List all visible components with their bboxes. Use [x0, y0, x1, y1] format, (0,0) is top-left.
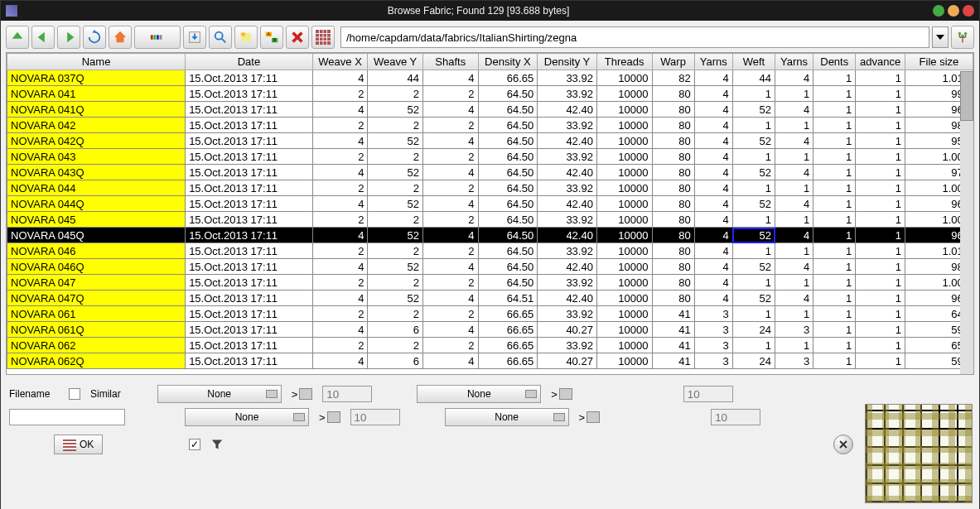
filter-num-1b[interactable]	[683, 386, 733, 402]
table-cell[interactable]: 41	[652, 306, 694, 322]
table-cell[interactable]: 4	[312, 165, 368, 180]
table-cell[interactable]: 1	[856, 353, 905, 369]
column-header[interactable]: advance	[856, 54, 905, 70]
tree-icon[interactable]	[951, 26, 974, 49]
table-cell[interactable]: 64.50	[478, 243, 538, 259]
table-cell[interactable]: 4	[422, 228, 478, 243]
table-cell[interactable]: 1	[813, 338, 856, 353]
op-dropdown-icon[interactable]	[299, 388, 312, 400]
table-cell[interactable]: 15.Oct.2013 17:11	[186, 291, 313, 306]
up-arrow-icon[interactable]	[6, 26, 29, 49]
table-cell[interactable]: 1	[732, 118, 775, 133]
table-cell[interactable]: 1	[775, 338, 813, 353]
forward-arrow-icon[interactable]	[57, 26, 80, 49]
table-cell[interactable]: NOVARA 061	[7, 306, 186, 322]
palette-icon[interactable]	[134, 26, 181, 49]
table-cell[interactable]: 52	[368, 196, 423, 212]
back-arrow-icon[interactable]	[31, 26, 55, 49]
table-cell[interactable]: NOVARA 037Q	[7, 70, 186, 86]
table-cell[interactable]: 15.Oct.2013 17:11	[186, 228, 313, 243]
table-cell[interactable]: 4	[312, 322, 368, 338]
table-cell[interactable]: 10000	[596, 196, 652, 212]
table-cell[interactable]: 1	[775, 275, 813, 291]
filter-dropdown-2b[interactable]: None	[445, 408, 569, 426]
table-cell[interactable]: NOVARA 047Q	[7, 291, 186, 306]
table-cell[interactable]: 1	[813, 291, 856, 306]
table-cell[interactable]: 1	[856, 86, 905, 102]
path-input[interactable]	[340, 26, 929, 48]
table-cell[interactable]: 10000	[596, 70, 652, 86]
table-cell[interactable]: 1	[732, 86, 775, 102]
table-cell[interactable]: 42.40	[538, 196, 597, 212]
table-cell[interactable]: 80	[652, 180, 694, 196]
table-cell[interactable]: 42.40	[538, 228, 597, 243]
table-cell[interactable]: NOVARA 042	[7, 118, 186, 133]
scrollbar-thumb[interactable]	[960, 71, 973, 121]
table-cell[interactable]: 52	[732, 228, 775, 243]
vertical-scrollbar[interactable]	[960, 71, 973, 374]
table-cell[interactable]: 52	[732, 133, 775, 149]
table-cell[interactable]: 44	[732, 70, 775, 86]
table-cell[interactable]: 2	[422, 212, 478, 228]
table-cell[interactable]: 15.Oct.2013 17:11	[186, 133, 313, 149]
table-cell[interactable]: 64.50	[478, 165, 538, 180]
table-cell[interactable]: NOVARA 041	[7, 86, 186, 102]
table-cell[interactable]: 4	[775, 196, 813, 212]
column-header[interactable]: Warp	[652, 54, 694, 70]
table-cell[interactable]: 4	[422, 133, 478, 149]
table-cell[interactable]: 15.Oct.2013 17:11	[186, 275, 313, 291]
table-cell[interactable]: 1	[813, 322, 856, 338]
table-cell[interactable]: 41	[652, 338, 694, 353]
close-round-button[interactable]	[833, 435, 853, 454]
table-cell[interactable]: 15.Oct.2013 17:11	[186, 338, 313, 353]
table-cell[interactable]: 6	[368, 322, 423, 338]
table-cell[interactable]: 15.Oct.2013 17:11	[186, 86, 313, 102]
table-cell[interactable]: 10000	[596, 133, 652, 149]
table-row[interactable]: NOVARA 044Q15.Oct.2013 17:11452464.5042.…	[7, 196, 973, 212]
table-cell[interactable]: 1	[813, 149, 856, 165]
table-cell[interactable]: 33.92	[538, 149, 597, 165]
table-row[interactable]: NOVARA 06215.Oct.2013 17:1122266.6533.92…	[7, 338, 973, 353]
table-cell[interactable]: 1	[856, 306, 905, 322]
table-cell[interactable]: 1	[813, 228, 856, 243]
filter-dropdown-2a[interactable]: None	[185, 408, 309, 426]
table-cell[interactable]: 80	[652, 228, 694, 243]
table-cell[interactable]: 80	[652, 291, 694, 306]
table-cell[interactable]: 52	[368, 291, 423, 306]
table-cell[interactable]: 33.92	[538, 86, 597, 102]
table-cell[interactable]: 2	[422, 86, 478, 102]
import-icon[interactable]	[183, 26, 206, 49]
table-cell[interactable]: NOVARA 042Q	[7, 133, 186, 149]
table-cell[interactable]: 42.40	[538, 259, 597, 275]
table-cell[interactable]: 2	[368, 149, 423, 165]
table-cell[interactable]: 4	[694, 243, 732, 259]
table-cell[interactable]: 1	[856, 133, 905, 149]
table-cell[interactable]: 52	[732, 259, 775, 275]
table-cell[interactable]: 33.92	[538, 338, 597, 353]
table-cell[interactable]: 66.65	[478, 353, 538, 369]
table-cell[interactable]: 1	[732, 275, 775, 291]
table-cell[interactable]: 6	[368, 353, 423, 369]
table-cell[interactable]: 1	[856, 243, 905, 259]
table-cell[interactable]: 1	[856, 291, 905, 306]
table-cell[interactable]: 64.50	[478, 196, 538, 212]
table-cell[interactable]: 44	[368, 70, 423, 86]
table-cell[interactable]: 4	[422, 259, 478, 275]
table-cell[interactable]: 1	[732, 306, 775, 322]
table-cell[interactable]: 40.27	[538, 322, 597, 338]
table-cell[interactable]: 10000	[596, 118, 652, 133]
table-row[interactable]: NOVARA 043Q15.Oct.2013 17:11452464.5042.…	[7, 165, 973, 180]
table-cell[interactable]: 2	[312, 306, 368, 322]
column-header[interactable]: Yarns	[775, 54, 813, 70]
table-cell[interactable]: 3	[694, 353, 732, 369]
table-cell[interactable]: 1	[813, 102, 856, 118]
table-cell[interactable]: 1	[856, 102, 905, 118]
table-cell[interactable]: 1	[813, 196, 856, 212]
table-cell[interactable]: 4	[422, 322, 478, 338]
table-cell[interactable]: 80	[652, 243, 694, 259]
table-row[interactable]: NOVARA 046Q15.Oct.2013 17:11452464.5042.…	[7, 259, 973, 275]
table-cell[interactable]: 80	[652, 212, 694, 228]
table-cell[interactable]: 1	[813, 212, 856, 228]
table-cell[interactable]: 15.Oct.2013 17:11	[186, 118, 313, 133]
table-cell[interactable]: 15.Oct.2013 17:11	[186, 306, 313, 322]
